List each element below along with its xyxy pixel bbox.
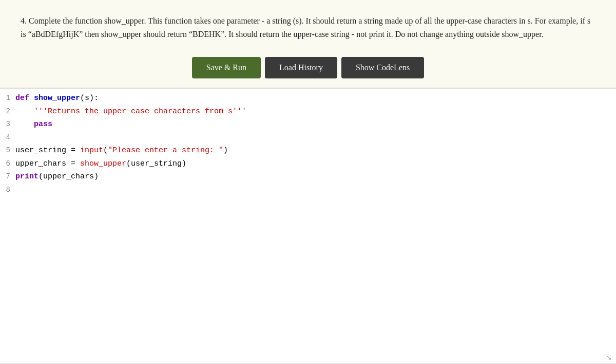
line-content-5: user_string = input("Please enter a stri… (15, 144, 616, 157)
problem-text: 4. Complete the function show_upper. Thi… (21, 16, 590, 38)
code-line-7: 7 print(upper_chars) (0, 170, 616, 184)
line-num-7: 7 (0, 171, 15, 183)
code-content: 1 def show_upper(s): 2 '''Returns the up… (0, 89, 616, 199)
code-line-6: 6 upper_chars = show_upper(user_string) (0, 157, 616, 171)
line-num-3: 3 (0, 118, 15, 131)
line-num-8: 8 (0, 184, 15, 196)
line-num-5: 5 (0, 145, 15, 157)
code-line-1: 1 def show_upper(s): (0, 92, 616, 105)
page-container: 4. Complete the function show_upper. Thi… (0, 0, 616, 364)
code-line-3: 3 pass (0, 118, 616, 131)
code-editor[interactable]: 1 def show_upper(s): 2 '''Returns the up… (0, 88, 616, 364)
line-content-2: '''Returns the upper case characters fro… (15, 105, 616, 118)
problem-description: 4. Complete the function show_upper. Thi… (0, 0, 616, 51)
line-num-4: 4 (0, 132, 15, 144)
code-line-4: 4 (0, 131, 616, 145)
line-num-2: 2 (0, 106, 15, 118)
line-content-7: print(upper_chars) (15, 170, 616, 184)
line-num-6: 6 (0, 158, 15, 170)
load-history-button[interactable]: Load History (265, 57, 337, 78)
show-codelens-button[interactable]: Show CodeLens (341, 57, 424, 78)
resize-handle[interactable]: ↘ (606, 354, 613, 361)
code-line-5: 5 user_string = input("Please enter a st… (0, 144, 616, 157)
code-line-2: 2 '''Returns the upper case characters f… (0, 105, 616, 118)
line-content-1: def show_upper(s): (15, 92, 616, 105)
toolbar: Save & Run Load History Show CodeLens (0, 51, 616, 88)
line-content-4 (15, 131, 616, 145)
line-content-8 (15, 184, 616, 197)
code-line-8: 8 (0, 184, 616, 197)
line-num-1: 1 (0, 92, 15, 105)
save-run-button[interactable]: Save & Run (192, 57, 261, 78)
line-content-3: pass (15, 118, 616, 131)
line-content-6: upper_chars = show_upper(user_string) (15, 157, 616, 171)
